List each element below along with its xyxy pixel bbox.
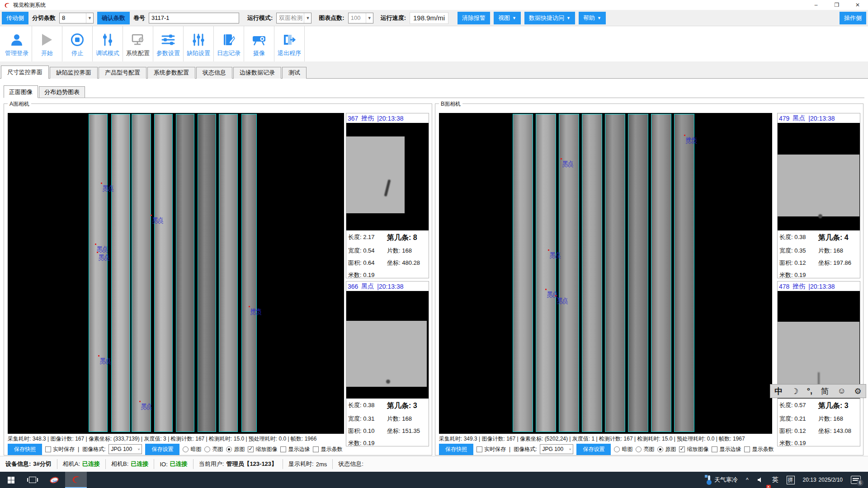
- roll-number-input[interactable]: [149, 13, 239, 23]
- ime-indicator[interactable]: 拼: [783, 472, 799, 488]
- bright-image-radio[interactable]: [636, 446, 642, 452]
- sub-tab-0[interactable]: 正面图像: [4, 85, 38, 98]
- camera-b-status: 相机B: 已连接: [106, 459, 154, 469]
- task-view-button[interactable]: [22, 472, 43, 488]
- vision-app-taskbar-button[interactable]: [65, 472, 87, 488]
- clear-alarm-button[interactable]: 清除报警: [458, 12, 490, 24]
- emoji-icon[interactable]: ☺: [837, 386, 845, 396]
- zoom-image-option[interactable]: 缩放图像: [248, 446, 277, 453]
- gear-icon[interactable]: ⚙: [854, 386, 862, 396]
- operator-side-button[interactable]: 操作侧: [840, 12, 866, 24]
- bright-image-option[interactable]: 亮图: [204, 446, 223, 453]
- drive-side-button[interactable]: 传动侧: [2, 12, 28, 24]
- camera-stats-line: 采集耗时: 348.3 | 图像计数: 167 | 像素坐标: (333,713…: [8, 435, 316, 443]
- tab-3[interactable]: 系统参数配置: [147, 67, 195, 79]
- tab-1[interactable]: 缺陷监控界面: [50, 67, 98, 79]
- toolbar-button-defect-sliders[interactable]: 缺陷设置: [184, 26, 214, 61]
- ime-mode-toggle[interactable]: 中: [774, 386, 783, 397]
- view-menu-button[interactable]: 视图 ▼: [494, 12, 521, 24]
- confirm-count-button[interactable]: 确认条数: [97, 12, 130, 24]
- realtime-save-option[interactable]: 实时保存: [45, 446, 75, 453]
- data-quick-access-menu-button[interactable]: 数据快捷访问 ▼: [524, 12, 575, 24]
- help-menu-button[interactable]: 帮助 ▼: [579, 12, 606, 24]
- zoom-image-option[interactable]: 缩放图像: [679, 446, 708, 453]
- toolbar-button-user[interactable]: 管理登录: [2, 26, 32, 61]
- minimize-button[interactable]: –: [806, 0, 826, 10]
- toolbar-button-log[interactable]: 日志记录: [214, 26, 244, 61]
- run-mode-select[interactable]: 双面检测 ▼: [276, 13, 311, 23]
- speaker-icon: [757, 476, 764, 483]
- toolbar-button-stop[interactable]: 停止: [62, 26, 93, 61]
- image-format-select[interactable]: JPG 100 ˅: [540, 444, 573, 454]
- tab-5[interactable]: 边缘数据记录: [233, 67, 281, 79]
- toolbar-button-param-sliders[interactable]: 参数设置: [153, 26, 184, 61]
- show-edge-option[interactable]: 显示边缘: [280, 446, 310, 453]
- save-snapshot-button[interactable]: 保存快照: [439, 444, 473, 455]
- close-button[interactable]: ✕: [847, 0, 868, 10]
- weather-widget[interactable]: 天气寒冷: [702, 472, 742, 488]
- original-image-option[interactable]: 原图: [226, 446, 245, 453]
- simplified-toggle[interactable]: 简: [821, 386, 829, 397]
- realtime-save-checkbox[interactable]: [476, 446, 482, 452]
- toolbar-button-exit[interactable]: 退出程序: [274, 26, 305, 61]
- chart-points-select[interactable]: 100 ▼: [348, 13, 373, 23]
- defect-panel[interactable]: 366 黑点 |20:13:38 长度: 0.38 第几条: 3 宽度: 0.3…: [346, 281, 429, 446]
- toolbar-button-camera[interactable]: 摄像: [244, 26, 274, 61]
- original-image-option[interactable]: 原图: [657, 446, 676, 453]
- punctuation-toggle[interactable]: °,: [807, 386, 812, 396]
- bright-image-radio[interactable]: [204, 446, 210, 452]
- show-strips-option[interactable]: 显示条数: [744, 446, 774, 453]
- show-strips-checkbox[interactable]: [744, 446, 750, 452]
- io-status: IO: 已连接: [154, 459, 193, 469]
- slit-count-select[interactable]: 8 ▼: [59, 13, 94, 23]
- save-settings-button[interactable]: 保存设置: [145, 444, 179, 455]
- realtime-save-checkbox[interactable]: [45, 446, 51, 452]
- show-strips-option[interactable]: 显示条数: [313, 446, 342, 453]
- dark-image-radio[interactable]: [183, 446, 189, 452]
- zoom-image-checkbox[interactable]: [679, 446, 685, 452]
- dark-image-option[interactable]: 暗图: [183, 446, 201, 453]
- show-strips-checkbox[interactable]: [313, 446, 319, 452]
- show-edge-checkbox[interactable]: [712, 446, 717, 452]
- restore-button[interactable]: ❐: [826, 0, 847, 10]
- defect-panel[interactable]: 479 黑点 |20:13:38 长度: 0.38 第几条: 4 宽度: 0.3…: [777, 113, 860, 278]
- dark-image-radio[interactable]: [614, 446, 620, 452]
- content-area: 正面图像分布趋势图表 A面相机 黑点黑点黑点黑点挫伤黑点黑点 367 挫伤 |2…: [0, 78, 868, 456]
- io-label: IO:: [160, 461, 167, 468]
- clock[interactable]: 20:13 2025/2/10: [799, 472, 847, 488]
- sub-tab-1[interactable]: 分布趋势图表: [39, 86, 85, 98]
- bright-image-option[interactable]: 亮图: [636, 446, 654, 453]
- tab-2[interactable]: 产品型号配置: [99, 67, 146, 79]
- realtime-save-option[interactable]: 实时保存: [476, 446, 506, 453]
- icon-toolbar: 管理登录 开始 停止 调试模式 系统配置 参数设置 缺陷设置 日志记录 摄像 退…: [0, 26, 868, 61]
- defect-marker-label: 黑点: [550, 251, 561, 258]
- save-snapshot-button[interactable]: 保存快照: [8, 444, 42, 455]
- play-icon: [42, 32, 52, 47]
- tab-0[interactable]: 尺寸监控界面: [1, 66, 49, 79]
- taskbar: ✂ 天气寒冷 ^ ✕ 英 拼 20:13 2025/2/10: [0, 472, 868, 488]
- toolbar-button-system-config[interactable]: 系统配置: [123, 26, 153, 61]
- show-edge-checkbox[interactable]: [280, 446, 286, 452]
- volume-muted-button[interactable]: ✕: [753, 472, 768, 488]
- realtime-save-label: 实时保存: [53, 446, 75, 453]
- tab-6[interactable]: 测试: [282, 67, 307, 79]
- defect-panel[interactable]: 478 挫伤 |20:13:38 长度: 0.57 第几条: 3 宽度: 0.2…: [777, 281, 860, 446]
- toolbar-button-debug-sliders[interactable]: 调试模式: [93, 26, 123, 61]
- toolbar-button-play[interactable]: 开始: [32, 26, 62, 61]
- tab-4[interactable]: 状态信息: [196, 67, 232, 79]
- zoom-image-checkbox[interactable]: [248, 446, 254, 452]
- original-image-radio[interactable]: [657, 446, 663, 452]
- image-format-select[interactable]: JPG 100 ˅: [108, 444, 142, 454]
- defect-panel[interactable]: 367 挫伤 |20:13:38 长度: 2.17 第几条: 8 宽度: 0.5…: [346, 113, 429, 278]
- show-edge-option[interactable]: 显示边缘: [712, 446, 741, 453]
- dark-image-option[interactable]: 暗图: [614, 446, 632, 453]
- chevron-down-icon: ˅: [567, 447, 573, 451]
- snipping-tool-button[interactable]: ✂: [43, 472, 65, 488]
- original-image-radio[interactable]: [226, 446, 232, 452]
- hidden-icons-chevron[interactable]: ^: [742, 472, 753, 488]
- chart-points-label: 图表点数:: [319, 14, 344, 22]
- moon-icon[interactable]: ☽: [791, 386, 798, 396]
- save-settings-button[interactable]: 保存设置: [576, 444, 611, 455]
- notification-center-button[interactable]: 6: [847, 472, 868, 488]
- start-button[interactable]: [0, 472, 22, 488]
